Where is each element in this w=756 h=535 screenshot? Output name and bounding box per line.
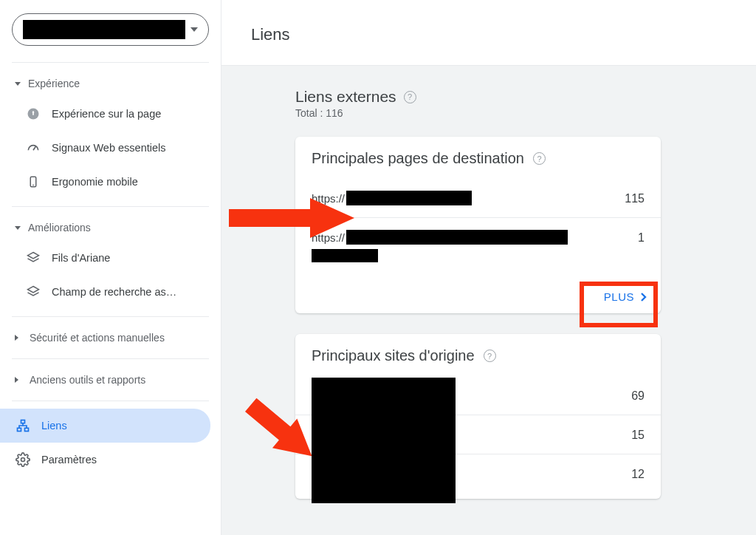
url-redacted [312, 249, 378, 262]
url-redacted [346, 191, 472, 205]
section-label: Expérience [28, 78, 80, 89]
layers-icon [25, 250, 41, 266]
divider [12, 316, 209, 317]
nav-item-page-experience[interactable]: Expérience sur la page [0, 97, 210, 131]
nav-item-label: Liens [41, 420, 67, 432]
card-top-linking-sites: Principaux sites d'origine ? 69 15 12 [295, 334, 661, 499]
divider [12, 206, 209, 207]
circle-plus-icon [25, 106, 41, 122]
svg-line-1 [33, 146, 35, 150]
card-header: Principaux sites d'origine ? [295, 334, 661, 370]
property-selector[interactable] [12, 13, 209, 46]
url-prefix: https:// [312, 231, 345, 244]
nav-item-sitelinks-searchbox[interactable]: Champ de recherche as… [0, 275, 210, 309]
sitemap-icon [15, 418, 31, 434]
speedometer-icon [25, 140, 41, 156]
card-body: 69 15 12 [295, 370, 661, 499]
more-button[interactable]: PLUS [604, 290, 647, 303]
card-title: Principaux sites d'origine [312, 347, 475, 364]
row-value: 1 [638, 230, 645, 245]
nav-item-label: Ergonomie mobile [52, 176, 138, 188]
help-icon[interactable]: ? [484, 350, 496, 362]
main: Liens Liens externes ? Total : 116 Princ… [221, 0, 756, 535]
url-redacted [346, 230, 568, 245]
external-links-total: Total : 116 [295, 107, 756, 119]
gear-icon [15, 451, 31, 468]
nav-item-settings[interactable]: Paramètres [0, 443, 210, 477]
help-icon[interactable]: ? [404, 91, 416, 103]
annotation-highlight [580, 282, 658, 327]
section-legacy-tools[interactable]: Anciens outils et rapports [0, 367, 221, 393]
caret-down-icon [15, 82, 21, 86]
chevron-right-icon [640, 292, 647, 302]
url-prefix: https:// [312, 192, 345, 205]
svg-point-7 [21, 458, 25, 462]
divider [12, 401, 209, 401]
table-row[interactable]: https:// 115 [295, 179, 661, 218]
card-body: https:// 115 https:// 1 [295, 173, 661, 280]
caret-down-icon [190, 27, 198, 32]
nav-item-core-web-vitals[interactable]: Signaux Web essentiels [0, 131, 210, 165]
caret-right-icon [15, 335, 21, 341]
row-value: 69 [631, 388, 645, 403]
nav-item-label: Paramètres [41, 454, 97, 466]
page-title: Liens [251, 25, 756, 44]
svg-rect-6 [25, 428, 29, 431]
property-name-redacted [23, 20, 185, 39]
mobile-icon [25, 174, 41, 190]
card-header: Principales pages de destination ? [295, 137, 661, 173]
table-row[interactable]: https:// 1 [295, 218, 661, 274]
row-value: 15 [631, 427, 645, 442]
section-label: Sécurité et actions manuelles [30, 332, 165, 344]
divider [12, 62, 209, 63]
content: Liens externes ? Total : 116 Principales… [221, 66, 756, 535]
page-header: Liens [221, 0, 756, 66]
section-label: Améliorations [28, 222, 91, 234]
nav-item-label: Champ de recherche as… [52, 286, 176, 298]
nav-item-label: Fils d'Ariane [52, 252, 110, 264]
section-label: Anciens outils et rapports [30, 374, 145, 386]
nav-item-breadcrumbs[interactable]: Fils d'Ariane [0, 241, 210, 275]
nav-item-label: Expérience sur la page [52, 108, 161, 120]
card-top-linked-pages: Principales pages de destination ? https… [295, 137, 661, 313]
caret-right-icon [15, 377, 21, 383]
section-title: Liens externes [295, 88, 396, 106]
svg-rect-5 [18, 428, 21, 431]
help-icon[interactable]: ? [533, 152, 546, 165]
external-links-heading: Liens externes ? [295, 88, 756, 106]
nav-item-links[interactable]: Liens [0, 409, 210, 443]
nav-item-mobile-usability[interactable]: Ergonomie mobile [0, 165, 210, 199]
section-security[interactable]: Sécurité et actions manuelles [0, 324, 221, 351]
caret-down-icon [15, 226, 21, 230]
section-experience[interactable]: Expérience [0, 70, 221, 97]
nav-item-label: Signaux Web essentiels [52, 142, 166, 154]
more-label: PLUS [604, 290, 634, 303]
row-value: 12 [631, 466, 645, 481]
divider [12, 358, 209, 359]
row-value: 115 [625, 191, 645, 205]
svg-rect-4 [21, 420, 25, 423]
sites-redacted [312, 378, 456, 503]
section-improvements[interactable]: Améliorations [0, 214, 221, 241]
sidebar: Expérience Expérience sur la page Signau… [0, 0, 221, 535]
card-footer: PLUS [295, 280, 661, 313]
layers-icon [25, 284, 41, 300]
card-title: Principales pages de destination [312, 150, 524, 167]
